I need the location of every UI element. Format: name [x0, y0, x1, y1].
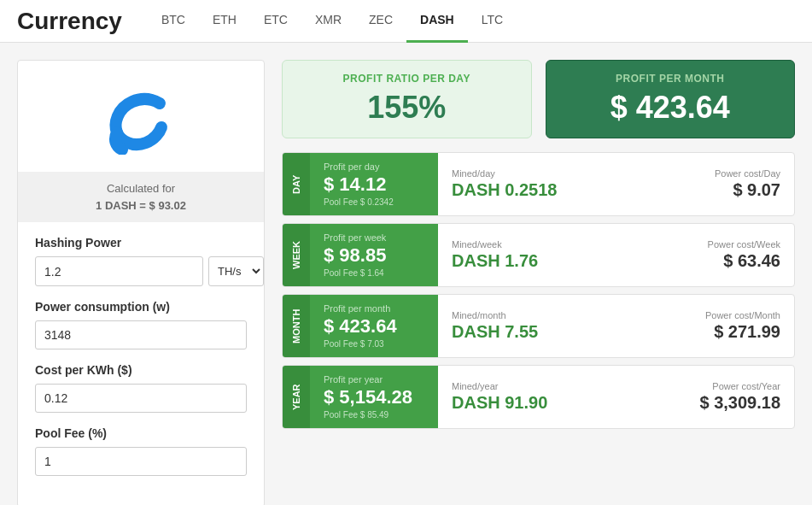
- power-cell-day: Power cost/Day $ 9.07: [683, 153, 794, 215]
- power-cell-week: Power cost/Week $ 63.46: [683, 224, 794, 286]
- page-title: Currency: [17, 8, 122, 35]
- cost-per-kwh-input[interactable]: [35, 384, 247, 413]
- form-section: Hashing Power TH/sGH/sMH/s Power consump…: [18, 222, 264, 476]
- currency-tabs: BTCETHETCXMRZECDASHLTC: [148, 0, 517, 43]
- tab-dash[interactable]: DASH: [406, 0, 468, 43]
- data-row-year: Year Profit per year $ 5,154.28 Pool Fee…: [282, 365, 795, 429]
- mined-cell-month: Mined/month DASH 7.55: [438, 295, 683, 357]
- tab-btc[interactable]: BTC: [148, 0, 199, 43]
- tab-etc[interactable]: ETC: [250, 0, 301, 43]
- calc-info-line1: Calculated for: [107, 182, 175, 195]
- pool-fee-year: Pool Fee $ 85.49: [324, 410, 424, 420]
- left-panel: Calculated for 1 DASH = $ 93.02 Hashing …: [17, 60, 265, 505]
- mined-cell-day: Mined/day DASH 0.2518: [438, 153, 683, 215]
- profit-value-month: $ 423.64: [324, 315, 424, 338]
- power-consumption-label: Power consumption (w): [35, 300, 247, 314]
- profit-per-month-value: $ 423.64: [564, 90, 778, 126]
- profit-value-week: $ 98.85: [324, 244, 424, 267]
- hashing-power-label: Hashing Power: [35, 236, 247, 250]
- power-consumption-row: [35, 320, 247, 349]
- mined-label-week: Mined/week: [452, 239, 669, 250]
- calc-info: Calculated for 1 DASH = $ 93.02: [18, 172, 264, 222]
- mined-value-month: DASH 7.55: [452, 322, 669, 342]
- mined-label-day: Mined/day: [452, 168, 669, 179]
- period-label-month: Month: [283, 295, 310, 357]
- logo-area: [18, 61, 264, 172]
- power-cell-year: Power cost/Year $ 3,309.18: [683, 366, 794, 428]
- mined-label-month: Mined/month: [452, 310, 669, 320]
- mined-cell-week: Mined/week DASH 1.76: [438, 224, 683, 286]
- profit-cell-day: Profit per day $ 14.12 Pool Fee $ 0.2342: [310, 153, 438, 215]
- tab-xmr[interactable]: XMR: [301, 0, 355, 43]
- cost-per-kwh-label: Cost per KWh ($): [35, 363, 247, 377]
- tab-ltc[interactable]: LTC: [468, 0, 517, 43]
- power-consumption-input[interactable]: [35, 320, 247, 349]
- mined-label-year: Mined/year: [452, 381, 669, 391]
- profit-value-day: $ 14.12: [324, 173, 424, 196]
- power-value-week: $ 63.46: [697, 251, 780, 271]
- summary-row: PROFIT RATIO PER DAY 155% PROFIT PER MON…: [282, 60, 795, 138]
- power-label-day: Power cost/Day: [697, 168, 780, 179]
- main-content: Calculated for 1 DASH = $ 93.02 Hashing …: [0, 43, 812, 505]
- profit-ratio-value: 155%: [300, 90, 514, 126]
- profit-cell-year: Profit per year $ 5,154.28 Pool Fee $ 85…: [310, 366, 438, 428]
- pool-fee-row: [35, 447, 247, 476]
- data-row-week: Week Profit per week $ 98.85 Pool Fee $ …: [282, 223, 795, 287]
- profit-label-day: Profit per day: [324, 161, 424, 172]
- period-label-day: Day: [283, 153, 310, 215]
- hashing-power-input[interactable]: [35, 256, 203, 286]
- profit-cell-month: Profit per month $ 423.64 Pool Fee $ 7.0…: [310, 295, 438, 357]
- data-row-month: Month Profit per month $ 423.64 Pool Fee…: [282, 294, 795, 358]
- mined-value-week: DASH 1.76: [452, 251, 669, 271]
- calc-info-line2: 1 DASH = $ 93.02: [96, 199, 186, 212]
- period-label-year: Year: [283, 366, 310, 428]
- data-rows-container: Day Profit per day $ 14.12 Pool Fee $ 0.…: [282, 152, 795, 429]
- power-value-year: $ 3,309.18: [697, 393, 780, 413]
- tab-eth[interactable]: ETH: [199, 0, 250, 43]
- profit-label-year: Profit per year: [324, 374, 424, 385]
- right-panel: PROFIT RATIO PER DAY 155% PROFIT PER MON…: [282, 60, 795, 505]
- pool-fee-label: Pool Fee (%): [35, 426, 247, 440]
- profit-cell-week: Profit per week $ 98.85 Pool Fee $ 1.64: [310, 224, 438, 286]
- dash-logo: [98, 86, 184, 155]
- pool-fee-day: Pool Fee $ 0.2342: [324, 197, 424, 207]
- pool-fee-month: Pool Fee $ 7.03: [324, 339, 424, 349]
- period-label-week: Week: [283, 224, 310, 286]
- power-value-month: $ 271.99: [697, 322, 780, 342]
- data-row-day: Day Profit per day $ 14.12 Pool Fee $ 0.…: [282, 152, 795, 216]
- profit-value-year: $ 5,154.28: [324, 386, 424, 408]
- power-label-year: Power cost/Year: [697, 381, 780, 391]
- profit-per-month-label: PROFIT PER MONTH: [564, 73, 778, 85]
- pool-fee-week: Pool Fee $ 1.64: [324, 268, 424, 278]
- power-value-day: $ 9.07: [697, 180, 780, 200]
- tab-zec[interactable]: ZEC: [355, 0, 406, 43]
- hashing-power-row: TH/sGH/sMH/s: [35, 256, 247, 286]
- profit-label-week: Profit per week: [324, 232, 424, 243]
- power-cell-month: Power cost/Month $ 271.99: [683, 295, 794, 357]
- profit-ratio-card: PROFIT RATIO PER DAY 155%: [282, 60, 532, 138]
- mined-value-year: DASH 91.90: [452, 393, 669, 413]
- header: Currency BTCETHETCXMRZECDASHLTC: [0, 0, 812, 43]
- profit-label-month: Profit per month: [324, 303, 424, 314]
- mined-value-day: DASH 0.2518: [452, 180, 669, 200]
- power-label-month: Power cost/Month: [697, 310, 780, 320]
- hashing-unit-select[interactable]: TH/sGH/sMH/s: [208, 256, 264, 286]
- profit-ratio-label: PROFIT RATIO PER DAY: [300, 73, 514, 85]
- pool-fee-input[interactable]: [35, 447, 247, 476]
- mined-cell-year: Mined/year DASH 91.90: [438, 366, 683, 428]
- power-label-week: Power cost/Week: [697, 239, 780, 250]
- profit-per-month-card: PROFIT PER MONTH $ 423.64: [546, 60, 796, 138]
- cost-per-kwh-row: [35, 384, 247, 413]
